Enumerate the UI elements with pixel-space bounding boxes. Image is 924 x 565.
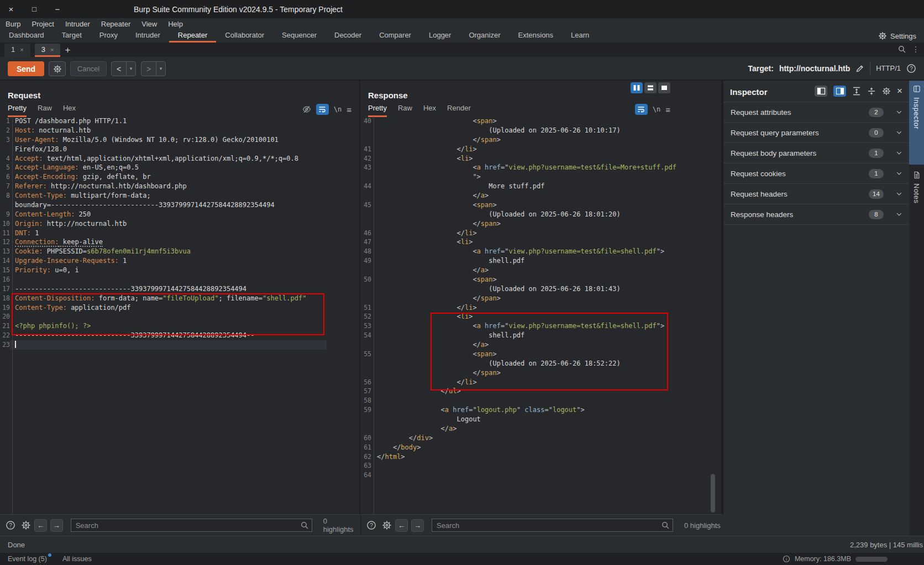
edit-target-icon[interactable] xyxy=(855,64,864,73)
inspector-section-request-body-parameters[interactable]: Request body parameters1 xyxy=(723,143,909,163)
back-button[interactable]: < ▾ xyxy=(111,61,136,76)
event-log-button[interactable]: Event log (5) xyxy=(8,555,47,563)
code-row: 46 </li> xyxy=(360,229,721,238)
menu-repeater[interactable]: Repeater xyxy=(96,20,136,28)
inspector-section-request-query-parameters[interactable]: Request query parameters0 xyxy=(723,123,909,143)
sidebar-tab-notes[interactable]: Notes xyxy=(909,167,924,222)
search-icon[interactable] xyxy=(897,45,906,54)
chevron-down-icon[interactable] xyxy=(896,129,902,136)
layout-single-button[interactable] xyxy=(658,82,670,93)
tab-comparer[interactable]: Comparer xyxy=(370,29,420,43)
expand-all-icon[interactable] xyxy=(852,87,861,96)
help-icon[interactable] xyxy=(906,64,916,73)
chevron-down-icon[interactable] xyxy=(896,109,902,115)
line-number: 6 xyxy=(0,172,10,182)
cancel-button[interactable]: Cancel xyxy=(70,61,107,76)
minimize-window-icon[interactable]: − xyxy=(52,4,63,14)
inspector-section-response-headers[interactable]: Response headers8 xyxy=(723,204,909,225)
word-wrap-icon[interactable] xyxy=(316,104,329,115)
prev-match-button[interactable]: ← xyxy=(34,519,47,532)
section-label: Request cookies xyxy=(731,170,786,178)
inspector-section-request-headers[interactable]: Request headers14 xyxy=(723,184,909,204)
tab-collaborator[interactable]: Collaborator xyxy=(216,29,273,43)
show-linebreaks-icon[interactable]: \n xyxy=(334,105,342,113)
menu-view[interactable]: View xyxy=(136,20,162,28)
tab-repeater[interactable]: Repeater xyxy=(169,29,216,43)
maximize-window-icon[interactable]: □ xyxy=(29,5,40,13)
forward-dropdown-icon[interactable]: ▾ xyxy=(156,62,165,76)
menu-intruder[interactable]: Intruder xyxy=(60,20,96,28)
view-tab-pretty[interactable]: Pretty xyxy=(8,104,27,117)
sidebar-tab-inspector[interactable]: Inspector xyxy=(909,81,924,165)
line-number: 22 xyxy=(0,331,10,340)
tab-dashboard[interactable]: Dashboard xyxy=(0,29,53,43)
search-input[interactable] xyxy=(71,519,312,532)
pane-right-button[interactable] xyxy=(833,86,846,97)
repeater-tab-1[interactable]: 1× xyxy=(4,44,30,57)
show-linebreaks-icon[interactable]: \n xyxy=(653,105,660,113)
tab-learn[interactable]: Learn xyxy=(562,29,598,43)
scrollbar-thumb[interactable] xyxy=(711,474,715,513)
tab-logger[interactable]: Logger xyxy=(420,29,460,43)
close-window-icon[interactable]: × xyxy=(6,4,17,14)
next-match-button[interactable]: → xyxy=(50,519,63,532)
layout-columns-button[interactable] xyxy=(631,82,643,93)
view-tab-render[interactable]: Render xyxy=(447,104,471,117)
code-line xyxy=(371,461,377,471)
settings-button[interactable]: Settings xyxy=(878,29,916,43)
menu-project[interactable]: Project xyxy=(26,20,59,28)
chevron-down-icon[interactable] xyxy=(896,211,902,218)
tab-target[interactable]: Target xyxy=(53,29,91,43)
prev-match-button[interactable]: ← xyxy=(395,519,408,532)
repeater-tab-3[interactable]: 3× xyxy=(35,44,61,57)
editor-menu-icon[interactable]: ≡ xyxy=(347,105,351,114)
code-line: <span> xyxy=(371,275,497,284)
tab-organizer[interactable]: Organizer xyxy=(460,29,509,43)
tab-intruder[interactable]: Intruder xyxy=(127,29,169,43)
layout-rows-button[interactable] xyxy=(644,82,657,93)
view-tab-raw[interactable]: Raw xyxy=(38,104,52,117)
chevron-down-icon[interactable] xyxy=(896,150,902,156)
search-input[interactable] xyxy=(432,519,673,532)
next-match-button[interactable]: → xyxy=(411,519,424,532)
more-options-icon[interactable]: ⋮ xyxy=(912,45,920,54)
http-version[interactable]: HTTP/1 xyxy=(876,64,901,72)
send-options-button[interactable] xyxy=(49,61,66,76)
back-dropdown-icon[interactable]: ▾ xyxy=(126,62,135,76)
close-tab-icon[interactable]: × xyxy=(20,46,23,53)
view-tab-pretty[interactable]: Pretty xyxy=(368,104,387,117)
code-row: </a> xyxy=(360,191,721,200)
section-label: Request headers xyxy=(731,190,788,198)
tab-extensions[interactable]: Extensions xyxy=(510,29,563,43)
chevron-down-icon[interactable] xyxy=(896,191,902,197)
tab-sequencer[interactable]: Sequencer xyxy=(273,29,326,43)
inspector-section-request-cookies[interactable]: Request cookies1 xyxy=(723,163,909,184)
menu-burp[interactable]: Burp xyxy=(0,20,26,28)
close-icon[interactable]: × xyxy=(897,87,902,95)
send-button[interactable]: Send xyxy=(8,61,44,76)
pane-left-button[interactable] xyxy=(815,86,827,97)
view-tab-raw[interactable]: Raw xyxy=(398,104,412,117)
code-row: Firefox/128.0 xyxy=(0,145,359,154)
view-tab-hex[interactable]: Hex xyxy=(63,104,76,117)
hide-eye-icon[interactable] xyxy=(302,105,311,114)
close-tab-icon[interactable]: × xyxy=(50,46,54,53)
collapse-all-icon[interactable] xyxy=(867,87,876,96)
editor-menu-icon[interactable]: ≡ xyxy=(665,105,670,114)
new-tab-button[interactable]: + xyxy=(60,44,75,57)
view-tab-hex[interactable]: Hex xyxy=(423,104,436,117)
word-wrap-icon[interactable] xyxy=(635,104,648,115)
forward-button[interactable]: > ▾ xyxy=(141,61,166,76)
chevron-down-icon[interactable] xyxy=(896,170,902,177)
gear-icon[interactable] xyxy=(882,87,891,96)
all-issues-button[interactable]: All issues xyxy=(62,555,92,563)
help-icon[interactable] xyxy=(366,520,376,530)
sidebar-tab-label: Notes xyxy=(912,183,921,203)
tab-proxy[interactable]: Proxy xyxy=(91,29,127,43)
inspector-section-request-attributes[interactable]: Request attributes2 xyxy=(723,102,909,123)
gear-icon[interactable] xyxy=(21,520,31,530)
help-icon[interactable] xyxy=(6,520,15,530)
menu-help[interactable]: Help xyxy=(162,20,188,28)
tab-decoder[interactable]: Decoder xyxy=(326,29,370,43)
gear-icon[interactable] xyxy=(382,520,392,530)
